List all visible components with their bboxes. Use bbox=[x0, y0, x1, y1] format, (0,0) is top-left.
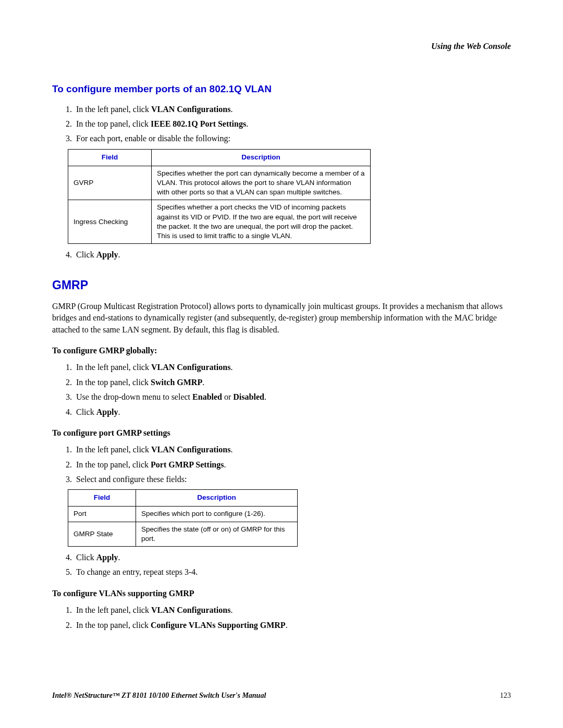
steps-list-gmrp-vlans: In the left panel, click VLAN Configurat… bbox=[52, 604, 511, 631]
page-footer: Intel® NetStructure™ ZT 8101 10/100 Ethe… bbox=[52, 692, 511, 700]
subheading-gmrp-vlans: To configure VLANs supporting GMRP bbox=[52, 588, 511, 599]
table-row: Port Specifies which port to configure (… bbox=[68, 507, 298, 522]
list-item: Click Apply. bbox=[74, 552, 511, 563]
steps-list-gmrp-port-b: Click Apply. To change an entry, repeat … bbox=[52, 552, 511, 578]
list-item: Use the drop-down menu to select Enabled… bbox=[74, 391, 511, 403]
table-cell: Specifies whether a port checks the VID … bbox=[152, 200, 371, 244]
table-header-field: Field bbox=[68, 490, 136, 507]
table-row: GMRP State Specifies the state (off or o… bbox=[68, 522, 298, 546]
list-item: In the top panel, click Port GMRP Settin… bbox=[74, 459, 511, 471]
table-header-field: Field bbox=[68, 149, 152, 166]
table-cell: GMRP State bbox=[68, 522, 136, 546]
table-header-description: Description bbox=[136, 490, 298, 507]
table-row: Ingress Checking Specifies whether a por… bbox=[68, 200, 371, 244]
list-item: In the left panel, click VLAN Configurat… bbox=[74, 362, 511, 373]
table-header-row: Field Description bbox=[68, 490, 298, 507]
paragraph-gmrp-intro: GMRP (Group Multicast Registration Proto… bbox=[52, 301, 511, 336]
table-row: GVRP Specifies whether the port can dyna… bbox=[68, 166, 371, 200]
list-item: In the top panel, click IEEE 802.1Q Port… bbox=[74, 118, 511, 130]
table-cell: Port bbox=[68, 507, 136, 522]
list-item: Select and configure these fields: bbox=[74, 474, 511, 485]
table-cell: Specifies which port to configure (1-26)… bbox=[136, 507, 298, 522]
running-header: Using the Web Console bbox=[52, 42, 511, 51]
list-item: In the left panel, click VLAN Configurat… bbox=[74, 104, 511, 115]
list-item: To change an entry, repeat steps 3-4. bbox=[74, 566, 511, 578]
list-item: Click Apply. bbox=[74, 406, 511, 418]
page-content: To configure member ports of an 802.1Q V… bbox=[52, 82, 511, 631]
list-item: In the top panel, click Switch GMRP. bbox=[74, 377, 511, 388]
list-item: In the top panel, click Configure VLANs … bbox=[74, 620, 511, 631]
table-gmrp-fields: Field Description Port Specifies which p… bbox=[68, 489, 298, 547]
list-item: In the left panel, click VLAN Configurat… bbox=[74, 604, 511, 616]
table-header-row: Field Description bbox=[68, 149, 371, 166]
page-number: 123 bbox=[500, 692, 511, 700]
section-heading-gmrp: GMRP bbox=[52, 277, 511, 293]
footer-title: Intel® NetStructure™ ZT 8101 10/100 Ethe… bbox=[52, 692, 266, 700]
section-heading-vlan: To configure member ports of an 802.1Q V… bbox=[52, 82, 511, 96]
steps-list-1b: Click Apply. bbox=[52, 249, 511, 261]
subheading-gmrp-global: To configure GMRP globally: bbox=[52, 345, 511, 356]
steps-list-1a: In the left panel, click VLAN Configurat… bbox=[52, 104, 511, 145]
list-item: For each port, enable or disable the fol… bbox=[74, 133, 511, 144]
steps-list-gmrp-port-a: In the left panel, click VLAN Configurat… bbox=[52, 444, 511, 485]
list-item: In the left panel, click VLAN Configurat… bbox=[74, 444, 511, 455]
table-header-description: Description bbox=[152, 149, 371, 166]
steps-list-gmrp-global: In the left panel, click VLAN Configurat… bbox=[52, 362, 511, 418]
list-item: Click Apply. bbox=[74, 249, 511, 261]
table-cell: Ingress Checking bbox=[68, 200, 152, 244]
table-vlan-fields: Field Description GVRP Specifies whether… bbox=[68, 149, 371, 244]
table-cell: Specifies the state (off or on) of GMRP … bbox=[136, 522, 298, 546]
table-cell: Specifies whether the port can dynamical… bbox=[152, 166, 371, 200]
subheading-gmrp-port: To configure port GMRP settings bbox=[52, 427, 511, 439]
table-cell: GVRP bbox=[68, 166, 152, 200]
